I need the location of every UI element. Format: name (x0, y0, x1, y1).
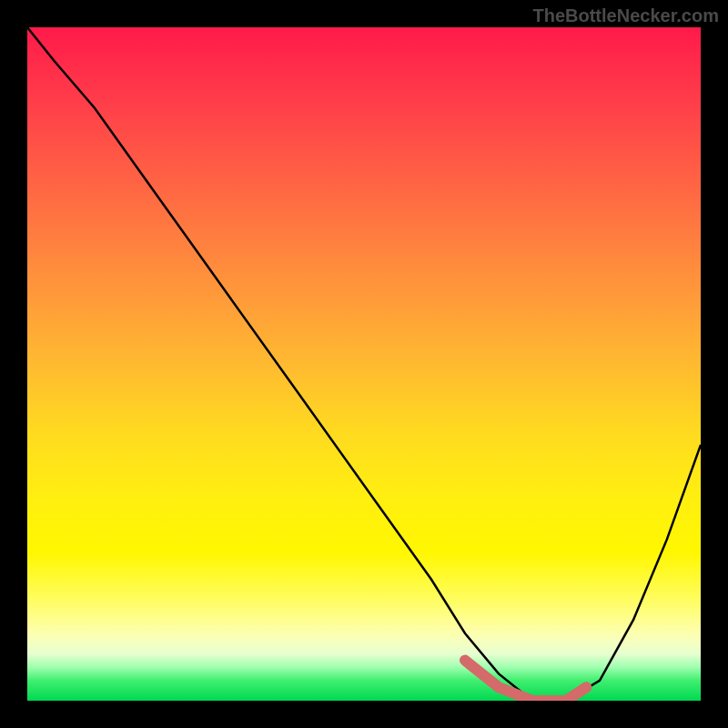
highlight-segment (465, 661, 586, 701)
chart-container: TheBottleNecker.com (0, 0, 728, 728)
watermark-text: TheBottleNecker.com (532, 5, 719, 26)
chart-svg (27, 27, 701, 701)
plot-area (27, 27, 701, 701)
main-curve (27, 27, 701, 701)
